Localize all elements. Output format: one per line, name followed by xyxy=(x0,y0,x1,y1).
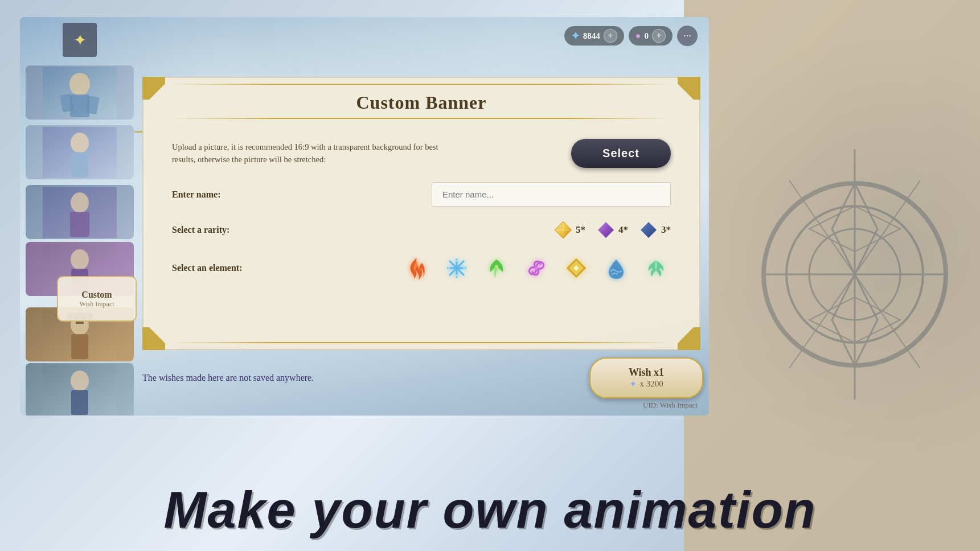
element-geo[interactable] xyxy=(561,253,591,283)
sidebar-item-char2[interactable] xyxy=(26,125,134,179)
svg-point-47 xyxy=(495,265,498,268)
sidebar-top-icon: ✦ xyxy=(63,23,97,57)
svg-rect-21 xyxy=(70,212,89,237)
sidebar-item-char6[interactable] xyxy=(26,363,134,416)
element-cryo[interactable] xyxy=(442,253,471,283)
uid-text: UID: Wish Impact xyxy=(643,401,698,410)
rarity-4star[interactable]: 4* xyxy=(597,221,628,239)
svg-marker-44 xyxy=(455,274,458,278)
currency2-value: 0 xyxy=(645,31,649,41)
element-dendro[interactable] xyxy=(482,253,511,283)
upload-section: Upload a picture, it is recommended 16:9… xyxy=(172,139,671,168)
svg-marker-38 xyxy=(641,222,657,238)
corner-br xyxy=(678,327,700,350)
rarity-label: Select a rarity: xyxy=(172,225,229,235)
sidebar-item-char3[interactable] xyxy=(26,185,134,239)
element-icons xyxy=(402,253,671,283)
svg-point-17 xyxy=(71,133,89,153)
bottom-title-area: Make your own animation xyxy=(0,437,980,551)
wish-button-label: Wish x1 xyxy=(619,367,674,379)
corner-bl xyxy=(142,327,165,350)
name-input[interactable] xyxy=(432,182,671,207)
custom-slot-label: Custom xyxy=(81,290,112,300)
rarity-5star-label: 5* xyxy=(576,224,585,236)
element-electro[interactable] xyxy=(641,253,671,283)
dialog-title: Custom Banner xyxy=(143,92,699,113)
name-label: Enter name: xyxy=(172,190,220,200)
upload-description: Upload a picture, it is recommended 16:9… xyxy=(172,141,457,166)
sidebar: ✦ xyxy=(20,17,140,416)
sidebar-item-custom[interactable]: Custom Wish Impact xyxy=(57,276,137,322)
bottom-title-text: Make your own animation xyxy=(163,481,816,540)
element-pyro[interactable] xyxy=(402,253,432,283)
rarity-4star-label: 4* xyxy=(618,224,628,236)
dialog-bottom-decoration xyxy=(172,342,671,343)
disclaimer-text: The wishes made here are not saved anywh… xyxy=(142,373,314,383)
svg-point-23 xyxy=(71,249,89,270)
svg-marker-43 xyxy=(455,258,458,262)
name-field-row: Enter name: xyxy=(172,182,671,207)
sidebar-item-char1[interactable] xyxy=(26,65,134,120)
rarity-options: 5* xyxy=(554,221,671,239)
element-anemo[interactable] xyxy=(522,253,551,283)
svg-marker-37 xyxy=(598,222,614,238)
dialog-top-decoration xyxy=(172,84,671,85)
rarity-5star[interactable]: 5* xyxy=(554,221,585,239)
currency2-pill: ● 0 + xyxy=(629,26,673,46)
dialog-content: Upload a picture, it is recommended 16:9… xyxy=(143,119,699,294)
svg-point-12 xyxy=(69,73,90,96)
game-container: ✦ 8844 + ● 0 + ··· ✦ xyxy=(20,17,709,416)
currency1-pill: ✦ 8844 + xyxy=(564,26,624,46)
currency2-add-button[interactable]: + xyxy=(652,29,666,43)
element-row: Select an element: xyxy=(172,253,671,283)
svg-point-31 xyxy=(71,371,89,391)
top-hud: ✦ 8844 + ● 0 + ··· xyxy=(564,26,698,46)
svg-point-20 xyxy=(71,192,89,213)
rarity-3star-label: 3* xyxy=(661,224,671,236)
wish-button[interactable]: Wish x1 ✦ x 3200 xyxy=(589,357,703,398)
svg-point-48 xyxy=(535,266,538,270)
svg-rect-27 xyxy=(71,334,88,359)
element-hydro[interactable] xyxy=(601,253,631,283)
more-options-button[interactable]: ··· xyxy=(677,26,698,46)
fate-icon: ● xyxy=(635,31,641,41)
right-emblem xyxy=(747,115,963,436)
currency1-add-button[interactable]: + xyxy=(604,29,617,43)
svg-marker-46 xyxy=(463,266,466,270)
wish-button-cost: ✦ x 3200 xyxy=(619,379,674,389)
svg-marker-45 xyxy=(447,266,450,270)
select-image-button[interactable]: Select xyxy=(571,139,671,168)
currency1-value: 8844 xyxy=(583,31,600,41)
svg-rect-32 xyxy=(71,390,88,415)
rarity-row: Select a rarity: xyxy=(172,221,671,239)
svg-rect-18 xyxy=(71,152,88,177)
custom-slot-sublabel: Wish Impact xyxy=(79,300,114,309)
custom-banner-dialog: Custom Banner Upload a picture, it is re… xyxy=(142,77,700,350)
wish-cost-value: x 3200 xyxy=(639,379,663,389)
primogem-icon: ✦ xyxy=(571,30,580,42)
rarity-3star[interactable]: 3* xyxy=(639,221,671,239)
wish-star-icon: ✦ xyxy=(629,379,637,389)
element-label: Select an element: xyxy=(172,263,243,273)
bottom-bar: The wishes made here are not saved anywh… xyxy=(142,357,703,398)
